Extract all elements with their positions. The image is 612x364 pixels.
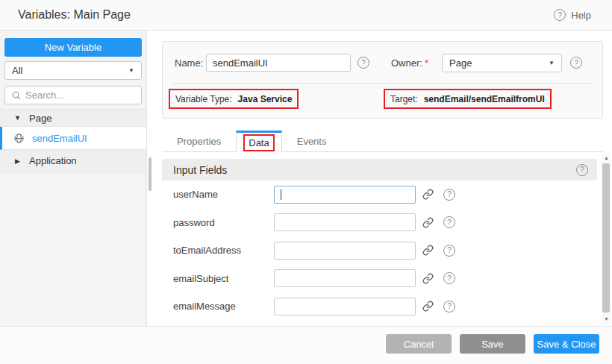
help-button[interactable]: ? Help: [554, 9, 591, 21]
variable-meta-panel: Name:* ? Owner:* Page ▼ ? Variable Type:…: [162, 41, 603, 119]
tab-data-label: Data: [249, 137, 269, 148]
text-cursor: [281, 189, 281, 200]
tree-group-page-label: Page: [29, 113, 51, 124]
field-label: emailMessage: [173, 301, 274, 312]
scrollbar-thumb[interactable]: [602, 163, 610, 313]
input-fields-title: Input Fields: [173, 164, 227, 176]
dialog-header: Variables: Main Page ? Help: [0, 0, 612, 31]
emailmessage-input[interactable]: [274, 298, 416, 316]
help-label: Help: [571, 10, 591, 21]
variable-type-label: Variable Type:: [175, 94, 232, 104]
caret-down-icon: ▼: [13, 114, 22, 122]
variable-details: Name:* ? Owner:* Page ▼ ? Variable Type:…: [153, 31, 612, 326]
variables-dialog: Variables: Main Page ? Help New Variable…: [0, 0, 612, 364]
password-input[interactable]: [274, 213, 416, 231]
bind-link-icon[interactable]: [422, 273, 434, 284]
field-label: emailSubject: [173, 273, 274, 284]
field-label: toEmailAddress: [173, 245, 274, 256]
new-variable-button[interactable]: New Variable: [4, 38, 142, 57]
input-fields-header: Input Fields ?: [162, 159, 597, 181]
tab-events[interactable]: Events: [282, 131, 342, 151]
field-help-icon[interactable]: ?: [443, 189, 455, 201]
tab-data[interactable]: Data: [236, 131, 281, 152]
annotation-box-data-tab: Data: [243, 134, 274, 151]
globe-icon: [13, 133, 25, 144]
tree-group-application[interactable]: ▶ Application: [0, 150, 146, 172]
filter-selected-value: All: [12, 65, 22, 76]
bind-link-icon[interactable]: [422, 189, 434, 200]
owner-label: Owner:*: [391, 57, 428, 69]
name-help-icon[interactable]: ?: [357, 57, 369, 69]
scroll-up-icon[interactable]: ▲: [602, 154, 611, 163]
search-box[interactable]: [4, 86, 142, 104]
help-icon: ?: [554, 9, 566, 21]
field-help-icon[interactable]: ?: [443, 272, 455, 284]
tree-group-page[interactable]: ▼ Page: [0, 109, 146, 127]
field-help-icon[interactable]: ?: [443, 245, 455, 257]
target-label: Target:: [390, 94, 418, 104]
field-row-password: password ?: [162, 209, 597, 237]
save-and-close-button[interactable]: Save & Close: [534, 334, 599, 354]
tree-group-application-label: Application: [29, 155, 77, 166]
field-row-emailsubject: emailSubject ?: [162, 265, 597, 293]
search-icon: [11, 90, 21, 100]
search-input[interactable]: [25, 90, 135, 101]
data-tab-panel: Input Fields ? userName ? password ? toE…: [162, 159, 597, 321]
save-button[interactable]: Save: [460, 334, 525, 354]
dialog-footer: Cancel Save Save & Close: [0, 326, 612, 364]
content-scrollbar[interactable]: ▲ ▼: [602, 153, 611, 324]
field-label: password: [173, 217, 274, 228]
divider: [172, 83, 593, 84]
cancel-button[interactable]: Cancel: [386, 334, 452, 354]
required-marker: *: [425, 57, 428, 69]
field-row-toemailaddress: toEmailAddress ?: [162, 236, 597, 265]
bind-link-icon[interactable]: [422, 245, 434, 256]
bind-link-icon[interactable]: [422, 301, 434, 312]
emailsubject-input[interactable]: [274, 269, 416, 287]
scroll-down-icon[interactable]: ▼: [602, 315, 611, 324]
name-label: Name:*: [175, 57, 209, 69]
tree-item-label: sendEmailUI: [32, 133, 87, 144]
toemailaddress-input[interactable]: [274, 242, 416, 260]
variable-type-value: Java Service: [238, 94, 293, 104]
username-input[interactable]: [274, 186, 416, 204]
annotation-box-target: Target: sendEmail/sendEmailfromUI: [384, 89, 552, 109]
tab-bar: Properties Data Events: [162, 131, 603, 152]
owner-selected-value: Page: [449, 57, 472, 69]
field-label: userName: [173, 189, 274, 200]
field-row-username: userName ?: [162, 181, 597, 209]
name-field[interactable]: [206, 54, 351, 72]
owner-help-icon[interactable]: ?: [570, 57, 582, 69]
owner-select[interactable]: Page ▼: [442, 54, 562, 72]
field-help-icon[interactable]: ?: [443, 301, 455, 313]
filter-select[interactable]: All ▼: [4, 61, 142, 80]
field-row-emailmessage: emailMessage ?: [162, 292, 597, 321]
tab-properties[interactable]: Properties: [162, 131, 236, 151]
chevron-down-icon: ▼: [549, 60, 555, 66]
target-value: sendEmail/sendEmailfromUI: [424, 94, 545, 104]
sidebar-scroll-track: [146, 31, 153, 326]
caret-right-icon: ▶: [13, 157, 22, 165]
chevron-down-icon: ▼: [128, 67, 134, 74]
variable-tree: ▼ Page sendEmailUI ▶ Application: [0, 109, 146, 172]
bind-link-icon[interactable]: [422, 217, 434, 228]
sidebar-scrollbar[interactable]: [149, 157, 152, 191]
sidebar: New Variable All ▼ ▼ Page sendEmailUI ▶ …: [0, 31, 153, 326]
field-help-icon[interactable]: ?: [443, 216, 455, 228]
page-title: Variables: Main Page: [18, 8, 131, 22]
tree-item-sendemailui[interactable]: sendEmailUI: [0, 127, 146, 150]
input-fields-help-icon[interactable]: ?: [576, 164, 588, 176]
annotation-box-variable-type: Variable Type: Java Service: [169, 89, 299, 109]
